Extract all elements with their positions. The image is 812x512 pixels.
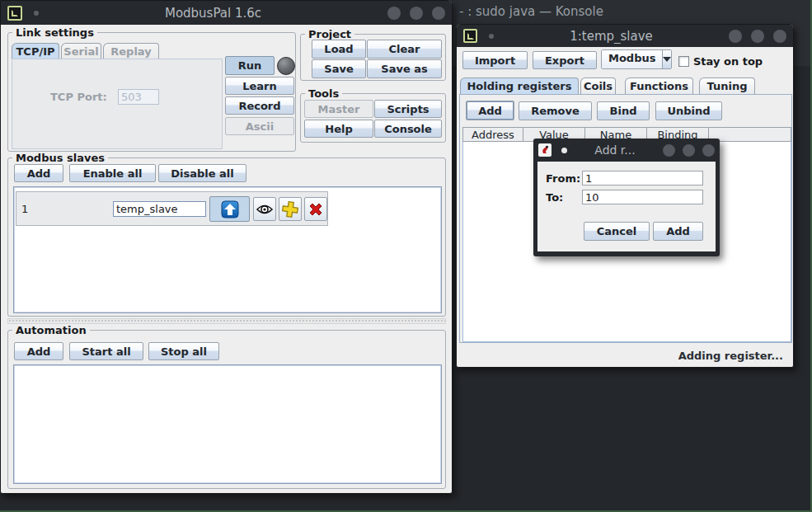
slave-delete-button[interactable] — [304, 197, 327, 221]
dialog-body: From: To: Cancel Add — [537, 162, 716, 251]
clear-button[interactable]: Clear — [367, 40, 442, 59]
titlebar-dot-icon — [561, 148, 567, 153]
combobox-value: Modbus — [602, 50, 662, 68]
terminal-icon — [467, 33, 474, 40]
unbind-button[interactable]: Unbind — [655, 101, 722, 120]
minimize-button[interactable] — [387, 7, 401, 20]
window-title: ModbusPal 1.6c — [39, 6, 387, 21]
tab-serial[interactable]: Serial — [61, 43, 101, 59]
panel-splitter[interactable] — [7, 318, 446, 324]
group-title: Tools — [305, 87, 342, 100]
slave-row: 1 — [16, 191, 328, 226]
group-title: Link settings — [12, 26, 97, 39]
console-button[interactable]: Console — [374, 120, 442, 138]
column-header-empty — [709, 127, 791, 142]
column-header[interactable]: Address — [462, 127, 523, 142]
scripts-button[interactable]: Scripts — [374, 100, 442, 118]
import-button[interactable]: Import — [462, 51, 528, 69]
slaves-list[interactable]: 1 — [13, 186, 442, 313]
bind-button[interactable]: Bind — [597, 101, 650, 120]
tcp-port-field[interactable] — [118, 89, 159, 105]
load-button[interactable]: Load — [312, 40, 366, 59]
maximize-button[interactable] — [683, 144, 695, 157]
slave-id: 1 — [21, 203, 28, 215]
from-label: From: — [546, 172, 580, 185]
run-button[interactable]: Run — [225, 56, 275, 75]
remove-register-button[interactable]: Remove — [519, 101, 592, 120]
stay-on-top-label: Stay on top — [693, 55, 763, 68]
add-button[interactable]: Add — [653, 222, 703, 241]
project-group: Project Load Clear Save Save as — [300, 34, 446, 81]
modbuspal-window: ModbusPal 1.6c Link settings TCP/IP Seri… — [0, 0, 453, 494]
window-icon — [7, 6, 22, 21]
dropdown-arrow-icon[interactable] — [662, 50, 671, 68]
to-field[interactable] — [582, 190, 703, 204]
save-as-button[interactable]: Save as — [367, 59, 442, 78]
tab-replay[interactable]: Replay — [103, 43, 159, 59]
minimize-button[interactable] — [729, 30, 742, 43]
slave-view-button[interactable] — [253, 197, 276, 221]
automation-list[interactable] — [13, 364, 442, 484]
add-slave-button[interactable]: Add — [14, 164, 63, 182]
maximize-button[interactable] — [751, 30, 764, 43]
group-title: Modbus slaves — [12, 152, 108, 164]
protocol-combobox[interactable]: Modbus — [601, 49, 672, 69]
modbus-slaves-group: Modbus slaves Add Enable all Disable all… — [7, 157, 446, 317]
ascii-button[interactable]: Ascii — [225, 117, 294, 135]
save-button[interactable]: Save — [312, 59, 366, 78]
stay-on-top-checkbox[interactable] — [678, 56, 689, 67]
help-button[interactable]: Help — [304, 120, 373, 138]
add-plus-icon — [281, 200, 299, 218]
master-button[interactable]: Master — [304, 100, 373, 118]
window-icon — [463, 29, 477, 43]
temp-slave-titlebar[interactable]: 1:temp_slave — [457, 25, 793, 47]
window-title: 1:temp_slave — [494, 29, 729, 44]
tools-group: Tools Master Scripts Help Console — [300, 93, 446, 143]
close-button[interactable] — [773, 30, 786, 43]
dialog-title: Add r... — [567, 143, 663, 157]
konsole-window-title: - : sudo java — Konsole — [459, 4, 603, 19]
group-title: Project — [305, 28, 354, 40]
tcpip-tab-panel: TCP Port: — [12, 59, 223, 149]
java-duke-icon — [538, 143, 552, 157]
from-field[interactable] — [582, 171, 703, 186]
stop-all-button[interactable]: Stop all — [148, 342, 219, 360]
maximize-button[interactable] — [410, 7, 423, 20]
add-register-button[interactable]: Add — [466, 101, 514, 120]
start-all-button[interactable]: Start all — [69, 342, 143, 360]
tab-functions[interactable]: Functions — [625, 78, 693, 94]
tab-tcpip[interactable]: TCP/IP — [12, 43, 59, 59]
export-button[interactable]: Export — [533, 51, 597, 69]
slave-name-field[interactable] — [113, 201, 206, 217]
slave-add-automation-button[interactable] — [279, 197, 302, 221]
automation-group: Automation Add Start all Stop all — [7, 330, 446, 489]
terminal-icon — [12, 10, 18, 16]
enable-all-button[interactable]: Enable all — [69, 164, 156, 182]
add-automation-button[interactable]: Add — [14, 342, 63, 360]
tab-holding-registers[interactable]: Holding registers — [460, 78, 579, 94]
dialog-titlebar[interactable]: Add r... — [533, 139, 720, 162]
close-button[interactable] — [702, 144, 715, 157]
eye-icon — [256, 203, 274, 216]
delete-x-icon — [307, 200, 325, 218]
modbuspal-titlebar[interactable]: ModbusPal 1.6c — [1, 1, 452, 25]
status-text: Adding register... — [457, 350, 783, 362]
up-arrow-icon — [221, 200, 239, 218]
tab-coils[interactable]: Coils — [580, 78, 616, 94]
tab-tuning[interactable]: Tuning — [699, 78, 755, 94]
tcp-port-label: TCP Port: — [50, 91, 107, 103]
add-registers-dialog: Add r... From: To: Cancel Add — [533, 139, 720, 256]
link-settings-group: Link settings TCP/IP Serial Replay TCP P… — [7, 32, 296, 152]
slave-enable-toggle[interactable] — [209, 196, 250, 222]
to-label: To: — [546, 191, 563, 204]
minimize-button[interactable] — [663, 144, 675, 157]
close-button[interactable] — [432, 7, 445, 20]
run-led-indicator-icon — [277, 57, 295, 75]
cancel-button[interactable]: Cancel — [584, 222, 650, 241]
record-button[interactable]: Record — [225, 96, 294, 115]
disable-all-button[interactable]: Disable all — [158, 164, 246, 182]
learn-button[interactable]: Learn — [225, 77, 294, 95]
group-title: Automation — [12, 324, 90, 336]
